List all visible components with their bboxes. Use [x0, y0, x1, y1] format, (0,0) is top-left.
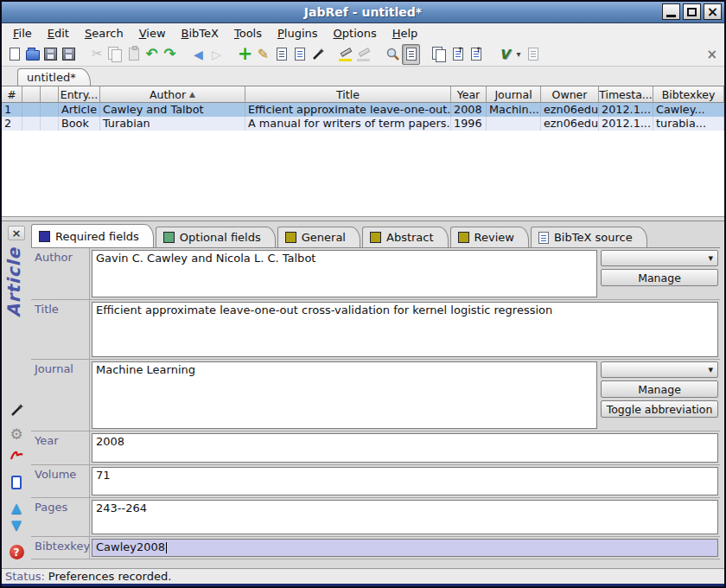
- tab-untitled[interactable]: untitled*: [17, 68, 91, 86]
- open-office-button[interactable]: [524, 44, 542, 65]
- year-input[interactable]: 2008: [92, 433, 718, 463]
- gear-icon: ⚙: [10, 427, 22, 442]
- copy-entries-button[interactable]: [430, 44, 449, 65]
- new-entry-plain-text-button[interactable]: [309, 44, 327, 65]
- menu-edit[interactable]: Edit: [40, 25, 77, 42]
- column-header-entrytype[interactable]: Entry...: [59, 86, 100, 103]
- edit-preamble-button[interactable]: [290, 44, 309, 65]
- edit-strings-button[interactable]: [272, 44, 290, 65]
- column-header-number[interactable]: #: [2, 86, 22, 103]
- menu-search[interactable]: Search: [77, 25, 131, 42]
- toolbar-close-button[interactable]: ×: [706, 47, 717, 62]
- paste-button[interactable]: [124, 44, 143, 65]
- open-pdf-button[interactable]: [2, 448, 31, 463]
- previous-entry-button[interactable]: ▲: [2, 502, 31, 514]
- titlebar[interactable]: JabRef - untitled* ×: [2, 2, 724, 23]
- pages-input[interactable]: 243--264: [92, 500, 718, 534]
- field-row-year: Year 2008: [31, 431, 720, 465]
- column-header-author[interactable]: Author▲: [100, 86, 245, 103]
- field-label-journal: Journal: [31, 360, 90, 431]
- menu-bibtex[interactable]: BibTeX: [174, 25, 226, 42]
- edit-entry-button[interactable]: ✎: [254, 44, 272, 65]
- journal-input[interactable]: Machine Learning: [92, 361, 597, 429]
- field-row-journal: Journal Machine Learning ▾ Manage Toggle…: [31, 360, 720, 431]
- author-input[interactable]: Gavin C. Cawley and Nicola L. C. Talbot: [92, 250, 597, 297]
- open-file-button[interactable]: [2, 476, 31, 489]
- undo-icon: ↶: [145, 47, 157, 61]
- next-entry-button[interactable]: ▼: [2, 519, 31, 532]
- chevron-down-icon: ▾: [708, 252, 713, 264]
- journal-manage-button[interactable]: Manage: [601, 380, 718, 398]
- redo-button[interactable]: ↷: [161, 44, 179, 65]
- tab-general[interactable]: General: [277, 227, 360, 247]
- tab-optional-fields[interactable]: Optional fields: [156, 227, 276, 247]
- table-row[interactable]: 1 Article Cawley and Talbot Efficient ap…: [2, 103, 724, 117]
- new-database-button[interactable]: [5, 44, 23, 65]
- column-header-journal[interactable]: Journal: [487, 86, 541, 103]
- table-row[interactable]: 2 Book Turabian A manual for writers of …: [2, 117, 724, 131]
- push-document-icon: [471, 48, 481, 61]
- push-document-icon: [453, 48, 463, 61]
- up-arrow-icon: ▲: [11, 502, 22, 514]
- tab-required-fields[interactable]: Required fields: [31, 224, 154, 247]
- settings-button[interactable]: ⚙: [2, 427, 31, 442]
- maximize-button[interactable]: [683, 3, 701, 20]
- author-names-dropdown[interactable]: ▾: [601, 250, 718, 266]
- open-database-button[interactable]: [23, 44, 41, 65]
- new-entry-button[interactable]: +: [236, 44, 254, 65]
- push-to-vim-button[interactable]: V: [495, 44, 513, 65]
- minimize-icon: [666, 15, 676, 17]
- menu-tools[interactable]: Tools: [226, 25, 270, 42]
- entry-type-label: Article: [3, 247, 24, 317]
- generate-key-button[interactable]: [2, 403, 31, 418]
- tab-abstract[interactable]: Abstract: [362, 227, 449, 247]
- push-to-application-button-2[interactable]: [467, 44, 485, 65]
- column-header-bibtexkey[interactable]: Bibtexkey: [653, 86, 724, 103]
- menu-plugins[interactable]: Plugins: [270, 25, 326, 42]
- column-header-timestamp[interactable]: Timesta...: [599, 86, 653, 103]
- editor-close-button[interactable]: ×: [8, 226, 25, 240]
- search-panel-icon: [406, 48, 417, 61]
- minimize-button[interactable]: [662, 3, 680, 20]
- tab-bibtex-source[interactable]: BibTeX source: [531, 227, 647, 247]
- push-application-dropdown[interactable]: ▾: [513, 44, 524, 65]
- search-button[interactable]: [384, 44, 402, 65]
- author-manage-button[interactable]: Manage: [601, 269, 718, 286]
- menu-options[interactable]: Options: [326, 25, 385, 42]
- column-header-title[interactable]: Title: [245, 86, 451, 103]
- save-as-button[interactable]: [60, 44, 78, 65]
- statusbar: Status: Preferences recorded.: [2, 568, 724, 584]
- toggle-abbreviation-button[interactable]: Toggle abbreviation: [601, 400, 718, 418]
- author-controls: ▾ Manage: [599, 248, 720, 299]
- forward-button[interactable]: ▷: [207, 44, 226, 65]
- undo-button[interactable]: ↶: [143, 44, 161, 65]
- volume-input[interactable]: 71: [92, 467, 718, 495]
- save-database-button[interactable]: [41, 44, 60, 65]
- copy-button[interactable]: [106, 44, 124, 65]
- mark-entries-button[interactable]: [337, 44, 355, 65]
- bibtexkey-input[interactable]: Cawley2008: [92, 539, 718, 557]
- push-to-application-button-1[interactable]: [449, 44, 467, 65]
- toolbar: ✂ ↶ ↷ ◀ ▷ + ✎ V ▾ ×: [2, 42, 724, 67]
- cut-button[interactable]: ✂: [88, 44, 106, 65]
- entry-editor: × Article ⚙ ▲ ▼ ? Required fields Option…: [2, 220, 724, 568]
- optional-fields-swatch-icon: [163, 232, 175, 243]
- title-input[interactable]: Efficient approximate leave-one-out cros…: [92, 302, 718, 357]
- unmark-entries-button[interactable]: [355, 44, 373, 65]
- menu-file[interactable]: File: [5, 25, 40, 42]
- column-header-icon2[interactable]: [41, 86, 59, 103]
- field-row-title: Title Efficient approximate leave-one-ou…: [31, 300, 720, 360]
- journal-names-dropdown[interactable]: ▾: [601, 361, 718, 378]
- toggle-search-panel-button[interactable]: [402, 44, 420, 65]
- tab-review[interactable]: Review: [450, 227, 529, 247]
- status-prefix: Status:: [5, 570, 45, 583]
- column-header-year[interactable]: Year: [451, 86, 487, 103]
- help-button[interactable]: ?: [2, 545, 31, 559]
- menu-help[interactable]: Help: [385, 25, 426, 42]
- column-header-owner[interactable]: Owner: [541, 86, 599, 103]
- menu-view[interactable]: View: [131, 25, 174, 42]
- pencil-icon: ✎: [258, 48, 269, 61]
- back-button[interactable]: ◀: [189, 44, 207, 65]
- close-button[interactable]: ×: [704, 3, 722, 20]
- column-header-icon1[interactable]: [22, 86, 41, 103]
